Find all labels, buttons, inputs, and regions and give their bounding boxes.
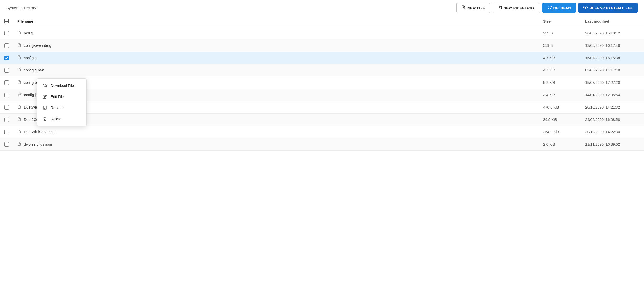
context-menu: Download FileEdit FileRenameDelete <box>37 78 87 126</box>
row-size-cell: 5.2 KiB <box>539 76 581 89</box>
row-size-cell: 299 B <box>539 27 581 39</box>
file-table-container: Filename ↑ Size Last modified bed.g299 B… <box>0 16 644 151</box>
table-row: config-override.g5.2 KiB15/07/2020, 17:2… <box>0 76 644 89</box>
row-checkbox[interactable] <box>4 130 9 134</box>
row-filename-cell: Duet2CombinedIAP.bin <box>13 114 539 126</box>
row-modified-cell: 24/06/2020, 16:08:58 <box>581 114 644 126</box>
row-checkbox[interactable] <box>4 93 9 97</box>
filename-text: config.g.bak <box>24 68 44 72</box>
new-file-icon <box>461 5 466 10</box>
row-filename-cell: bed.g <box>13 27 539 39</box>
row-filename-cell: config-override.g <box>13 39 539 52</box>
row-checkbox[interactable] <box>4 118 9 122</box>
row-checkbox[interactable] <box>4 80 9 85</box>
row-checkbox[interactable] <box>4 68 9 73</box>
table-row: config.jsonnfig tool3.4 KiB14/01/2020, 1… <box>0 89 644 101</box>
row-checkbox-cell <box>0 126 13 138</box>
row-modified-cell: 03/06/2020, 11:17:48 <box>581 64 644 76</box>
table-row: bed.g299 B26/03/2020, 15:18:42 <box>0 27 644 39</box>
file-icon <box>17 43 21 48</box>
row-filename-cell: config.jsonnfig tool <box>13 89 539 101</box>
table-row: config.g.bak4.7 KiB03/06/2020, 11:17:48 <box>0 64 644 76</box>
file-icon <box>17 129 21 135</box>
filename-text: config.g <box>24 56 37 60</box>
row-checkbox[interactable] <box>4 142 9 147</box>
delete-label: Delete <box>51 117 61 121</box>
context-menu-edit[interactable]: Edit File <box>37 91 86 102</box>
table-row: Duet2CombinedIAP.bin39.9 KiB24/06/2020, … <box>0 114 644 126</box>
rename-icon <box>42 105 47 110</box>
select-all-header[interactable] <box>0 16 13 27</box>
table-row: DuetWiFiServer.bin254.9 KiB20/10/2020, 1… <box>0 126 644 138</box>
row-checkbox-cell <box>0 138 13 151</box>
file-icon <box>17 68 21 73</box>
row-size-cell: 3.4 KiB <box>539 89 581 101</box>
row-filename-cell: config-override.g <box>13 76 539 89</box>
context-menu-rename[interactable]: Rename <box>37 102 86 113</box>
row-checkbox-cell <box>0 27 13 39</box>
row-modified-cell: 26/03/2020, 15:18:42 <box>581 27 644 39</box>
row-modified-cell: 13/05/2020, 16:17:46 <box>581 39 644 52</box>
row-modified-cell: 14/01/2020, 12:35:54 <box>581 89 644 101</box>
new-directory-button[interactable]: NEW DIRECTORY <box>493 3 540 13</box>
row-modified-cell: 20/10/2020, 14:21:32 <box>581 101 644 114</box>
filename-text: DuetWiFiServer.bin <box>24 130 56 134</box>
filename-text: dwc-settings.json <box>24 142 52 146</box>
context-menu-delete[interactable]: Delete <box>37 113 86 124</box>
row-checkbox[interactable] <box>4 56 9 60</box>
file-icon <box>17 80 21 85</box>
size-header[interactable]: Size <box>539 16 581 27</box>
file-table: Filename ↑ Size Last modified bed.g299 B… <box>0 16 644 151</box>
row-size-cell: 39.9 KiB <box>539 114 581 126</box>
row-modified-cell: 15/07/2020, 17:27:20 <box>581 76 644 89</box>
edit-icon <box>42 94 47 99</box>
delete-icon <box>42 116 47 121</box>
rename-label: Rename <box>51 106 65 110</box>
refresh-label: REFRESH <box>553 6 571 10</box>
row-checkbox-cell <box>0 101 13 114</box>
table-row: config.g4.7 KiB15/07/2020, 16:15:38 <box>0 52 644 64</box>
row-filename-cell: config.g.bak <box>13 64 539 76</box>
row-checkbox-cell <box>0 52 13 64</box>
table-row: config-override.g559 B13/05/2020, 16:17:… <box>0 39 644 52</box>
upload-label: UPLOAD SYSTEM FILES <box>589 6 633 10</box>
row-checkbox[interactable] <box>4 105 9 110</box>
row-checkbox-cell <box>0 89 13 101</box>
row-modified-cell: 11/11/2020, 16:39:02 <box>581 138 644 151</box>
modified-header[interactable]: Last modified <box>581 16 644 27</box>
row-checkbox-cell <box>0 39 13 52</box>
new-directory-icon <box>498 5 502 10</box>
refresh-icon <box>547 5 552 10</box>
file-icon <box>17 55 21 60</box>
new-directory-label: NEW DIRECTORY <box>504 6 535 10</box>
row-checkbox[interactable] <box>4 31 9 35</box>
header: System Directory NEW FILE NEW DIRECTORY … <box>0 0 644 16</box>
row-filename-cell: dwc-settings.json <box>13 138 539 151</box>
wrench-icon <box>17 92 22 98</box>
row-filename-cell: DuetWiFiServer.bin <box>13 126 539 138</box>
row-size-cell: 4.7 KiB <box>539 64 581 76</box>
row-size-cell: 2.0 KiB <box>539 138 581 151</box>
refresh-button[interactable]: REFRESH <box>542 3 576 13</box>
table-row: DuetWiFiServer.bin470.0 KiB20/10/2020, 1… <box>0 101 644 114</box>
new-file-button[interactable]: NEW FILE <box>456 3 490 13</box>
row-modified-cell: 20/10/2020, 14:22:30 <box>581 126 644 138</box>
table-row: dwc-settings.json2.0 KiB11/11/2020, 16:3… <box>0 138 644 151</box>
file-icon <box>17 117 21 122</box>
new-file-label: NEW FILE <box>467 6 485 10</box>
row-filename-cell: config.g <box>13 52 539 64</box>
upload-button[interactable]: UPLOAD SYSTEM FILES <box>578 3 638 13</box>
row-checkbox[interactable] <box>4 43 9 48</box>
row-modified-cell: 15/07/2020, 16:15:38 <box>581 52 644 64</box>
row-size-cell: 470.0 KiB <box>539 101 581 114</box>
download-label: Download File <box>51 84 74 88</box>
select-all-checkbox[interactable] <box>4 19 9 23</box>
file-icon <box>17 105 21 110</box>
context-menu-download[interactable]: Download File <box>37 80 86 91</box>
row-checkbox-cell <box>0 114 13 126</box>
download-icon <box>42 83 47 88</box>
file-icon <box>17 30 21 36</box>
row-size-cell: 4.7 KiB <box>539 52 581 64</box>
filename-header[interactable]: Filename ↑ <box>13 16 539 27</box>
edit-label: Edit File <box>51 95 64 99</box>
